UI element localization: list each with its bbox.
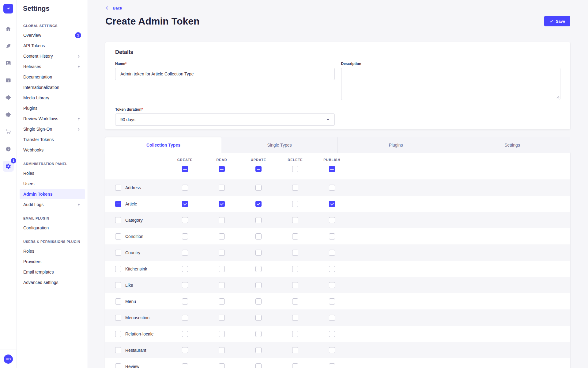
read-checkbox[interactable] [219,282,225,288]
select-all-publish-checkbox[interactable] [329,166,335,172]
sidebar-item-internationalization[interactable]: Internationalization [20,82,85,93]
update-checkbox[interactable] [255,282,262,288]
read-checkbox[interactable] [219,233,225,240]
create-checkbox[interactable] [182,363,188,368]
update-checkbox[interactable] [255,298,262,305]
sidebar-item-configuration[interactable]: Configuration [20,223,85,233]
strapi-logo[interactable] [3,4,13,13]
row-select-checkbox[interactable] [115,315,121,321]
token-duration-select[interactable]: 90 days [115,113,335,126]
tab-single-types[interactable]: Single Types [221,137,338,153]
row-select-checkbox[interactable] [115,266,121,272]
delete-checkbox[interactable] [292,201,298,207]
tab-collection-types[interactable]: Collection Types [105,137,221,153]
create-checkbox[interactable] [182,266,188,272]
sidebar-item-audit-logs[interactable]: Audit Logs [20,199,85,210]
sidebar-item-roles[interactable]: Roles [20,246,85,256]
row-select-checkbox[interactable] [115,201,121,207]
rail-content-manager-feather-icon[interactable] [5,42,12,50]
rail-cart-icon[interactable] [5,128,12,136]
sidebar-item-media-library[interactable]: Media Library [20,93,85,103]
sidebar-item-roles[interactable]: Roles [20,168,85,178]
sidebar-item-documentation[interactable]: Documentation [20,72,85,82]
sidebar-item-api-tokens[interactable]: API Tokens [20,40,85,51]
publish-checkbox[interactable] [329,233,335,240]
avatar[interactable]: KD [4,355,13,364]
create-checkbox[interactable] [182,347,188,353]
delete-checkbox[interactable] [292,185,298,191]
tab-settings[interactable]: Settings [454,137,570,153]
update-checkbox[interactable] [255,185,262,191]
create-checkbox[interactable] [182,201,188,207]
update-checkbox[interactable] [255,331,262,337]
tab-plugins[interactable]: Plugins [338,137,454,153]
publish-checkbox[interactable] [329,201,335,207]
delete-checkbox[interactable] [292,331,298,337]
select-all-read-checkbox[interactable] [219,166,225,172]
sidebar-item-users[interactable]: Users [20,178,85,189]
sidebar-item-review-workflows[interactable]: Review Workflows [20,113,85,124]
read-checkbox[interactable] [219,266,225,272]
read-checkbox[interactable] [219,331,225,337]
sidebar-item-advanced-settings[interactable]: Advanced settings [20,277,85,288]
sidebar-item-content-history[interactable]: Content History [20,51,85,61]
publish-checkbox[interactable] [329,347,335,353]
publish-checkbox[interactable] [329,282,335,288]
delete-checkbox[interactable] [292,347,298,353]
rail-media-library-icon[interactable] [5,59,12,67]
read-checkbox[interactable] [219,201,225,207]
read-checkbox[interactable] [219,185,225,191]
row-select-checkbox[interactable] [115,298,121,305]
create-checkbox[interactable] [182,233,188,240]
delete-checkbox[interactable] [292,298,298,305]
read-checkbox[interactable] [219,298,225,305]
select-all-create-checkbox[interactable] [182,166,188,172]
read-checkbox[interactable] [219,315,225,321]
delete-checkbox[interactable] [292,363,298,368]
delete-checkbox[interactable] [292,315,298,321]
rail-plugin-puzzle-icon[interactable] [5,94,12,101]
delete-checkbox[interactable] [292,266,298,272]
row-select-checkbox[interactable] [115,185,121,191]
update-checkbox[interactable] [255,347,262,353]
create-checkbox[interactable] [182,250,188,256]
sidebar-item-email-templates[interactable]: Email templates [20,267,85,277]
publish-checkbox[interactable] [329,266,335,272]
row-select-checkbox[interactable] [115,217,121,223]
rail-content-type-builder-icon[interactable] [5,77,12,84]
select-all-delete-checkbox[interactable] [292,166,298,172]
create-checkbox[interactable] [182,331,188,337]
create-checkbox[interactable] [182,315,188,321]
update-checkbox[interactable] [255,363,262,368]
update-checkbox[interactable] [255,250,262,256]
create-checkbox[interactable] [182,185,188,191]
delete-checkbox[interactable] [292,250,298,256]
sidebar-item-providers[interactable]: Providers [20,256,85,267]
create-checkbox[interactable] [182,298,188,305]
resize-handle-icon[interactable] [556,96,560,99]
row-select-checkbox[interactable] [115,250,121,256]
back-link[interactable]: Back [105,6,122,10]
update-checkbox[interactable] [255,315,262,321]
row-select-checkbox[interactable] [115,347,121,353]
rail-marketplace-puzzle-icon[interactable] [5,111,12,118]
publish-checkbox[interactable] [329,298,335,305]
sidebar-item-webhooks[interactable]: Webhooks [20,145,85,155]
name-input[interactable] [115,68,335,80]
update-checkbox[interactable] [255,266,262,272]
rail-settings-gear-icon[interactable]: 1 [3,161,14,172]
publish-checkbox[interactable] [329,363,335,368]
update-checkbox[interactable] [255,233,262,240]
read-checkbox[interactable] [219,217,225,223]
publish-checkbox[interactable] [329,315,335,321]
delete-checkbox[interactable] [292,282,298,288]
description-textarea[interactable] [341,68,561,100]
sidebar-item-admin-tokens[interactable]: Admin Tokens [20,189,85,199]
save-button[interactable]: Save [544,16,570,26]
select-all-update-checkbox[interactable] [255,166,262,172]
sidebar-item-plugins[interactable]: Plugins [20,103,85,113]
row-select-checkbox[interactable] [115,331,121,337]
row-select-checkbox[interactable] [115,363,121,368]
row-select-checkbox[interactable] [115,233,121,240]
publish-checkbox[interactable] [329,217,335,223]
